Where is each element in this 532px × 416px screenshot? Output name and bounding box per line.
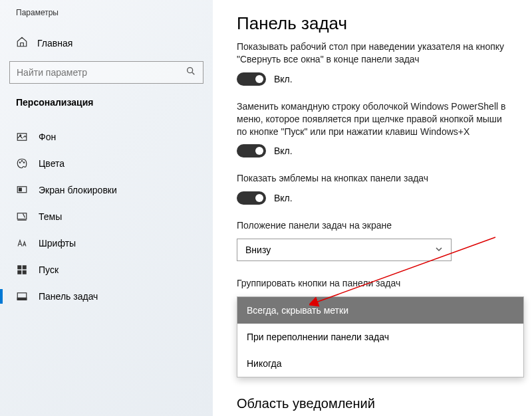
section-notification-title: Область уведомлений: [237, 396, 508, 411]
toggle-peek[interactable]: [237, 72, 266, 86]
search-input[interactable]: [9, 61, 203, 84]
dropdown-combine-label: Группировать кнопки на панели задач: [237, 277, 508, 290]
combo-option-never[interactable]: Никогда: [237, 350, 523, 377]
svg-rect-7: [19, 188, 22, 191]
dropdown-combine-open[interactable]: Всегда, скрывать метки При переполнении …: [237, 296, 524, 377]
toggle-powershell[interactable]: [237, 144, 266, 157]
fonts-icon: [16, 237, 28, 249]
svg-point-16: [255, 75, 263, 83]
sidebar-item-taskbar[interactable]: Панель задач: [0, 283, 213, 310]
chevron-down-icon: [435, 245, 443, 255]
svg-point-20: [255, 194, 263, 202]
category-label: Персонализация: [0, 97, 213, 124]
start-icon: [16, 264, 28, 276]
home-icon: [16, 36, 28, 51]
dropdown-position[interactable]: Внизу: [237, 239, 452, 261]
search-icon: [186, 66, 196, 79]
sidebar-item-fonts[interactable]: Шрифты: [0, 230, 213, 257]
toggle-state: Вкл.: [274, 193, 293, 203]
sidebar-item-label: Пуск: [39, 264, 59, 275]
setting-label-peek: Показывать рабочий стол при наведении ук…: [237, 41, 508, 66]
sidebar-item-label: Экран блокировки: [39, 185, 117, 195]
sidebar-item-label: Шрифты: [39, 238, 76, 249]
sidebar-item-start[interactable]: Пуск: [0, 257, 213, 283]
toggle-badges[interactable]: [237, 191, 266, 205]
dropdown-position-label: Положение панели задач на экране: [237, 219, 508, 232]
svg-rect-12: [23, 270, 27, 274]
sidebar-item-label: Темы: [39, 211, 62, 222]
home-button[interactable]: Главная: [0, 31, 213, 61]
themes-icon: [16, 211, 28, 223]
svg-rect-11: [17, 270, 21, 274]
sidebar-item-colors[interactable]: Цвета: [0, 150, 213, 177]
page-title: Панель задач: [237, 13, 508, 34]
sidebar-item-label: Цвета: [39, 158, 65, 169]
sidebar-item-background[interactable]: Фон: [0, 124, 213, 150]
app-title: Параметры: [0, 8, 213, 31]
combo-option-full[interactable]: При переполнении панели задач: [237, 324, 523, 350]
sidebar-item-themes[interactable]: Темы: [0, 203, 213, 230]
svg-rect-14: [17, 298, 27, 300]
sidebar-item-label: Фон: [39, 132, 56, 142]
image-icon: [16, 131, 28, 143]
palette-icon: [16, 157, 28, 169]
svg-point-18: [255, 147, 263, 155]
svg-point-3: [19, 162, 21, 163]
sidebar-item-lockscreen[interactable]: Экран блокировки: [0, 177, 213, 203]
setting-label-powershell: Заменить командную строку оболочкой Wind…: [237, 100, 508, 138]
svg-rect-8: [17, 213, 27, 219]
svg-point-0: [188, 68, 193, 73]
combo-option-always[interactable]: Всегда, скрывать метки: [237, 297, 523, 324]
svg-point-2: [20, 135, 21, 136]
lock-screen-icon: [16, 184, 28, 196]
home-label: Главная: [37, 38, 72, 49]
setting-label-badges: Показать эмблемы на кнопках панели задач: [237, 172, 508, 185]
toggle-state: Вкл.: [274, 146, 293, 156]
toggle-state: Вкл.: [274, 74, 293, 84]
sidebar-item-label: Панель задач: [39, 291, 98, 302]
taskbar-icon: [16, 290, 28, 302]
dropdown-value: Внизу: [245, 245, 271, 255]
svg-rect-9: [17, 265, 21, 269]
svg-rect-10: [23, 265, 27, 269]
svg-point-5: [23, 162, 25, 163]
svg-point-4: [21, 161, 23, 162]
